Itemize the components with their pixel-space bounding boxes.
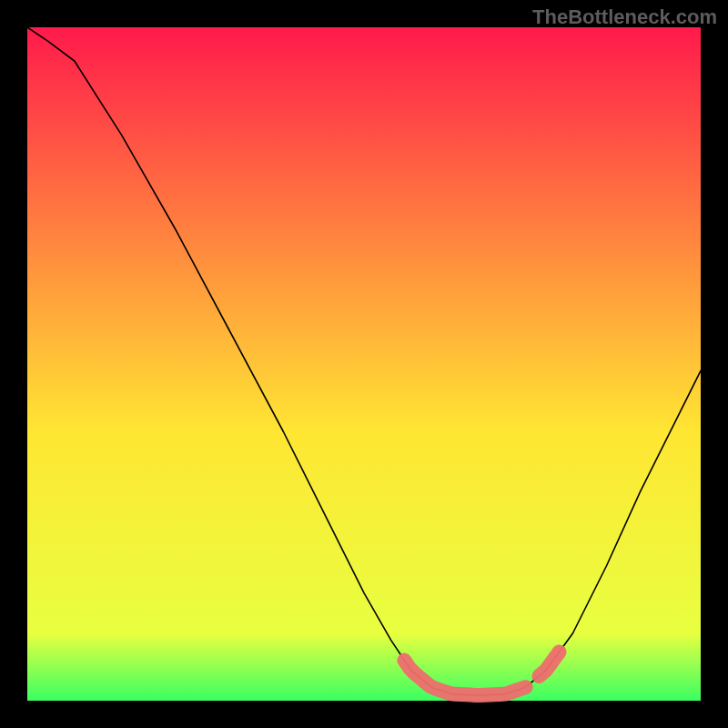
optimal-region-0 — [404, 661, 525, 695]
source-attribution: TheBottleneck.com — [532, 5, 717, 29]
bottleneck-curve — [27, 27, 701, 695]
optimal-region-1 — [539, 652, 559, 676]
chart-stage: TheBottleneck.com — [0, 0, 728, 728]
chart-overlay — [0, 0, 728, 728]
